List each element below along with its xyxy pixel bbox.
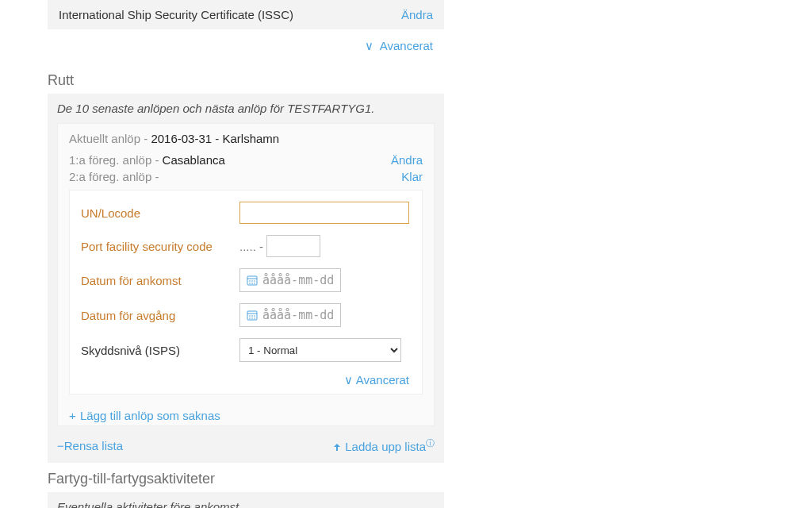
upload-list-label: Ladda upp lista <box>345 440 426 453</box>
issc-edit-link[interactable]: Ändra <box>401 8 433 21</box>
form-advanced-toggle[interactable]: ∨ Avancerat <box>81 373 409 387</box>
svg-point-15 <box>254 318 255 319</box>
plus-icon: + <box>69 409 80 422</box>
current-call-port: Karlshamn <box>222 132 279 145</box>
svg-point-2 <box>249 280 251 282</box>
form-advanced-label: Avancerat <box>356 373 409 387</box>
svg-point-11 <box>251 315 253 317</box>
departure-date-input[interactable]: åååå-mm-dd <box>239 303 341 327</box>
arrival-date-placeholder: åååå-mm-dd <box>262 273 334 287</box>
pfsc-label: Port facility security code <box>81 240 239 253</box>
prev1-port: Casablanca <box>163 153 225 167</box>
prev2-label: 2:a föreg. anlöp <box>69 170 151 183</box>
current-call-date: 2016-03-31 <box>151 132 212 145</box>
departure-date-placeholder: åååå-mm-dd <box>262 308 334 322</box>
clear-list-label: Rensa lista <box>64 439 123 452</box>
route-panel: De 10 senaste anlöpen och nästa anlöp fö… <box>48 94 444 463</box>
minus-icon: − <box>57 439 64 452</box>
prev1-edit-link[interactable]: Ändra <box>391 153 423 167</box>
svg-point-14 <box>251 318 253 319</box>
pfsc-input[interactable] <box>266 235 320 257</box>
isps-label: Skyddsnivå (ISPS) <box>81 344 239 357</box>
route-caption: De 10 senaste anlöpen och nästa anlöp fö… <box>57 102 435 115</box>
prev1-label: 1:a föreg. anlöp <box>69 153 151 167</box>
add-missing-call-link[interactable]: +Lägg till anlöp som saknas <box>69 409 423 422</box>
arrival-date-input[interactable]: åååå-mm-dd <box>239 268 341 292</box>
svg-point-6 <box>251 283 253 284</box>
svg-point-12 <box>254 315 255 317</box>
s2s-panel: Eventuella aktiviteter före ankomst. <box>48 492 444 508</box>
prev2-row: 2:a föreg. anlöp - Klar <box>69 170 423 183</box>
chevron-down-icon: ∨ <box>344 373 353 387</box>
s2s-heading: Fartyg-till-fartygsaktiviteter <box>48 471 444 487</box>
svg-point-4 <box>254 280 255 282</box>
help-icon[interactable]: ⓘ <box>426 438 435 448</box>
clear-list-link[interactable]: −Rensa lista <box>57 439 123 452</box>
isps-select[interactable]: 1 - Normal <box>239 338 401 362</box>
locode-label: UN/Locode <box>81 206 239 220</box>
calendar-icon <box>247 275 258 286</box>
svg-point-13 <box>249 318 251 319</box>
advanced-label: Avancerat <box>380 39 433 52</box>
call-box: Aktuellt anlöp - 2016-03-31 - Karlshamn … <box>57 123 435 426</box>
locode-input[interactable] <box>239 202 409 224</box>
departure-date-label: Datum för avgång <box>81 309 239 322</box>
route-heading: Rutt <box>48 72 444 89</box>
current-call: Aktuellt anlöp - 2016-03-31 - Karlshamn <box>69 132 423 145</box>
prev1-row: 1:a föreg. anlöp - Casablanca Ändra <box>69 153 423 167</box>
svg-point-3 <box>251 280 253 282</box>
issc-advanced-toggle[interactable]: ∨ Avancerat <box>48 34 444 64</box>
upload-icon <box>332 443 342 452</box>
svg-point-5 <box>249 283 251 284</box>
s2s-caption: Eventuella aktiviteter före ankomst. <box>57 500 435 508</box>
pfsc-prefix: ..... - <box>239 240 263 253</box>
arrival-date-label: Datum för ankomst <box>81 274 239 287</box>
chevron-down-icon: ∨ <box>365 39 373 53</box>
calendar-icon <box>247 310 258 321</box>
issc-row: International Ship Security Certificate … <box>48 0 444 29</box>
call-form: UN/Locode Port facility security code ..… <box>69 190 423 394</box>
add-missing-call-label: Lägg till anlöp som saknas <box>80 409 220 422</box>
upload-list-link[interactable]: Ladda upp listaⓘ <box>332 437 435 453</box>
svg-point-10 <box>249 315 251 317</box>
issc-title: International Ship Security Certificate … <box>59 8 293 21</box>
svg-point-7 <box>254 283 255 284</box>
current-call-label: Aktuellt anlöp <box>69 132 140 145</box>
prev2-done-link[interactable]: Klar <box>401 170 423 183</box>
